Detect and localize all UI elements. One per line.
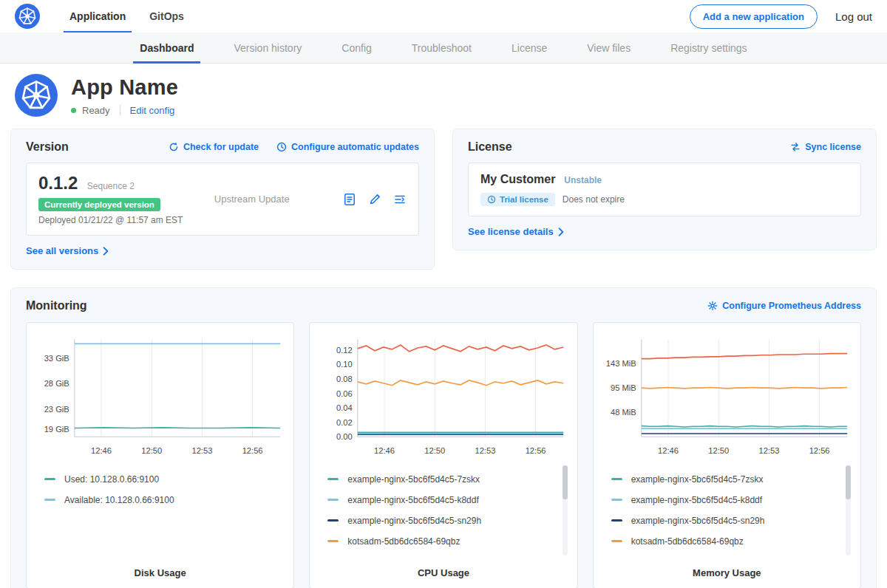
svg-text:12:56: 12:56 <box>242 446 263 455</box>
see-license-details-link[interactable]: See license details <box>468 226 564 237</box>
legend-swatch <box>611 478 622 480</box>
chart-svg: 12:4612:5012:5312:5633 GiB28 GiB23 GiB19… <box>34 332 286 459</box>
app-subnav: Dashboard Version history Config Trouble… <box>0 33 887 64</box>
svg-text:143 MiB: 143 MiB <box>605 359 636 368</box>
see-all-versions-link[interactable]: See all versions <box>26 245 109 256</box>
legend-item: example-nginx-5bc6f5d4c5-sn29h <box>327 516 557 526</box>
subnav-tab-label: Registry settings <box>670 42 747 54</box>
subnav-tab-version-history[interactable]: Version history <box>214 33 322 63</box>
subnav-tab-dashboard[interactable]: Dashboard <box>120 33 214 63</box>
cpu-usage-title: CPU Usage <box>317 557 569 578</box>
svg-text:0.08: 0.08 <box>336 375 353 383</box>
svg-text:12:50: 12:50 <box>141 446 162 455</box>
svg-text:12:46: 12:46 <box>91 446 112 455</box>
add-application-button[interactable]: Add a new application <box>690 4 818 29</box>
legend-label: example-nginx-5bc6f5d4c5-7zskx <box>631 474 764 485</box>
chevron-right-icon <box>103 247 109 256</box>
legend-swatch <box>327 519 339 522</box>
scrollbar-thumb[interactable] <box>563 465 568 499</box>
chevron-right-icon <box>558 228 564 236</box>
legend-label: Used: 10.128.0.66:9100 <box>64 474 159 485</box>
auto-update-clock-icon <box>276 142 287 152</box>
sync-arrows-icon <box>790 142 801 152</box>
legend-label: example-nginx-5bc6f5d4c5-7zskx <box>347 474 480 485</box>
deployed-badge: Currently deployed version <box>38 198 160 211</box>
nav-tab-application-label: Application <box>69 10 126 22</box>
subnav-tab-label: License <box>512 42 547 54</box>
current-version-number: 0.1.2 <box>38 173 78 193</box>
edit-config-icon[interactable] <box>368 193 381 206</box>
edit-config-link[interactable]: Edit config <box>130 105 175 116</box>
svg-text:0.06: 0.06 <box>336 389 353 398</box>
legend-label: example-nginx-5bc6f5d4c5-sn29h <box>631 516 765 526</box>
cpu-usage-chart: 12:4612:5012:5312:560.120.100.080.060.04… <box>317 332 569 459</box>
scrollbar-thumb[interactable] <box>846 465 851 499</box>
kubernetes-logo-icon[interactable] <box>15 4 40 29</box>
configure-prometheus-label: Configure Prometheus Address <box>722 301 861 311</box>
trial-license-badge: Trial license <box>480 193 555 206</box>
svg-text:12:46: 12:46 <box>658 446 679 455</box>
nav-tab-gitops[interactable]: GitOps <box>137 0 196 33</box>
legend-item: kotsadm-5db6dc6584-69qbz <box>327 536 557 547</box>
sync-license-link[interactable]: Sync license <box>790 142 861 152</box>
monitoring-title: Monitoring <box>26 299 87 312</box>
configure-prometheus-link[interactable]: Configure Prometheus Address <box>707 301 861 311</box>
legend-item: example-nginx-5bc6f5d4c5-7zskx <box>611 474 841 485</box>
legend-scrollbar[interactable] <box>846 465 851 555</box>
current-version-box: 0.1.2 Sequence 2 Currently deployed vers… <box>26 163 419 236</box>
subnav-tab-label: Version history <box>234 42 302 54</box>
subnav-tab-label: View files <box>587 42 631 54</box>
legend-label: example-nginx-5bc6f5d4c5-k8ddf <box>347 495 478 505</box>
check-for-update-label: Check for update <box>183 142 259 152</box>
configure-automatic-updates-link[interactable]: Configure automatic updates <box>276 142 419 152</box>
subnav-tab-registry-settings[interactable]: Registry settings <box>650 33 767 63</box>
svg-text:95 MiB: 95 MiB <box>611 383 636 392</box>
topnav-tabs: Application GitOps <box>58 0 196 33</box>
legend-label: example-nginx-5bc6f5d4c5-sn29h <box>347 516 481 526</box>
configure-automatic-updates-label: Configure automatic updates <box>291 142 419 152</box>
app-logo-icon <box>15 74 58 117</box>
deploy-logs-icon[interactable] <box>393 193 407 206</box>
app-header: App Name Ready Edit config <box>0 64 887 129</box>
legend-swatch <box>44 478 55 480</box>
logout-button[interactable]: Log out <box>835 10 872 23</box>
legend-swatch <box>44 499 55 501</box>
license-box: My Customer Unstable Trial license Does … <box>468 163 861 216</box>
admin-console-page: Application GitOps Add a new application… <box>0 0 887 588</box>
svg-text:12:56: 12:56 <box>526 446 546 455</box>
legend-label: example-nginx-5bc6f5d4c5-k8ddf <box>631 495 762 505</box>
divider <box>120 105 120 115</box>
subnav-tab-config[interactable]: Config <box>322 33 391 63</box>
top-navbar: Application GitOps Add a new application… <box>0 0 887 33</box>
disk-usage-legend: Used: 10.128.0.66:9100 Available: 10.128… <box>34 464 286 516</box>
legend-swatch <box>611 499 622 501</box>
nav-tab-application[interactable]: Application <box>58 0 137 33</box>
legend-scrollbar[interactable] <box>563 465 568 555</box>
subnav-tab-view-files[interactable]: View files <box>567 33 650 63</box>
gear-icon <box>707 301 718 311</box>
legend-item: Available: 10.128.0.66:9100 <box>44 495 274 505</box>
memory-usage-panel: 12:4612:5012:5312:56143 MiB95 MiB48 MiB … <box>593 322 861 588</box>
legend-item: example-nginx-5bc6f5d4c5-7zskx <box>327 474 557 485</box>
svg-text:28 GiB: 28 GiB <box>44 379 69 388</box>
license-expiry-label: Does not expire <box>563 194 625 205</box>
legend-swatch <box>327 540 339 542</box>
disk-usage-panel: 12:4612:5012:5312:5633 GiB28 GiB23 GiB19… <box>26 322 294 588</box>
subnav-tab-license[interactable]: License <box>492 33 567 63</box>
check-for-update-link[interactable]: Check for update <box>169 142 259 152</box>
cards-row: Version Check for update <box>0 129 887 270</box>
svg-text:12:53: 12:53 <box>475 446 496 455</box>
svg-text:0.12: 0.12 <box>336 346 353 355</box>
chart-svg: 12:4612:5012:5312:560.120.100.080.060.04… <box>317 332 569 459</box>
license-card: License Sync license My Customer Unstabl… <box>452 129 877 250</box>
svg-text:12:50: 12:50 <box>425 446 446 455</box>
memory-usage-title: Memory Usage <box>601 557 853 578</box>
legend-swatch <box>611 519 622 522</box>
subnav-tab-label: Dashboard <box>140 42 194 54</box>
status-dot <box>71 108 76 113</box>
release-notes-icon[interactable] <box>343 193 356 206</box>
subnav-tab-label: Troubleshoot <box>412 42 472 54</box>
trial-license-label: Trial license <box>500 195 548 204</box>
app-status-label: Ready <box>82 105 110 116</box>
subnav-tab-troubleshoot[interactable]: Troubleshoot <box>392 33 492 63</box>
